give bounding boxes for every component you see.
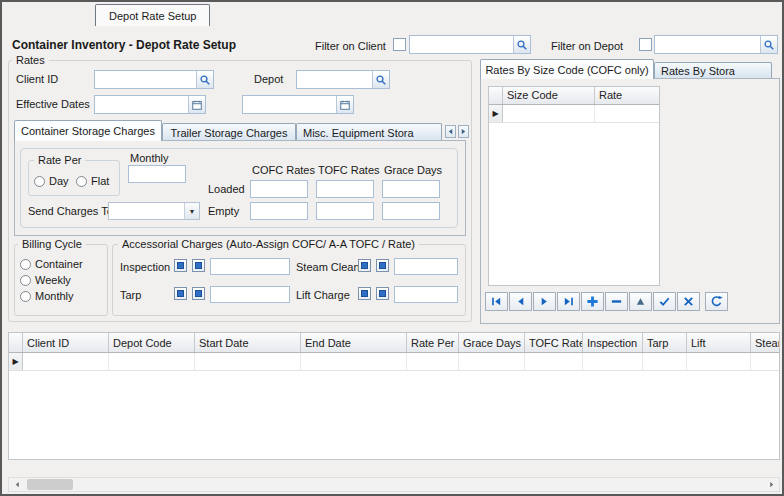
lift-charge-input[interactable] (394, 286, 458, 303)
tarp-cell[interactable] (643, 353, 687, 370)
row-selector-cell[interactable]: ▶ (489, 105, 503, 122)
send-charges-to-combobox[interactable]: ▼ (108, 202, 200, 220)
steam-cell[interactable] (751, 353, 780, 370)
filter-on-client-checkbox[interactable] (393, 38, 406, 51)
tab-container-storage-charges[interactable]: Container Storage Charges (14, 120, 162, 141)
start-date-column-header[interactable]: Start Date (195, 333, 301, 352)
start-date-cell[interactable] (195, 353, 301, 370)
filter-client-lookup-button[interactable] (513, 36, 530, 53)
end-date-column-header[interactable]: End Date (301, 333, 407, 352)
size-code-grid-row[interactable]: ▶ (489, 105, 659, 123)
effective-start-input[interactable] (97, 97, 185, 112)
tarp-input[interactable] (210, 286, 290, 303)
loaded-cofc-input[interactable] (250, 180, 308, 198)
nav-refresh-button[interactable] (705, 292, 728, 311)
steam-clean-tofc-toggle[interactable] (376, 259, 389, 272)
radio-icon (20, 259, 31, 270)
lift-charge-tofc-toggle[interactable] (376, 287, 389, 300)
size-code-column-header[interactable]: Size Code (503, 87, 595, 104)
depot-input[interactable] (299, 72, 369, 87)
inspection-tofc-toggle[interactable] (192, 259, 205, 272)
rate-column-header[interactable]: Rate (595, 87, 659, 104)
filter-on-depot-checkbox[interactable] (639, 38, 652, 51)
nav-next-button[interactable] (533, 292, 556, 311)
filter-client-input[interactable] (412, 37, 510, 52)
effective-start-date-button[interactable] (188, 96, 205, 113)
client-id-field[interactable] (94, 70, 214, 89)
inspection-cofc-toggle[interactable] (174, 259, 187, 272)
scrollbar-thumb[interactable] (27, 479, 73, 490)
tofc-rate-cell[interactable] (525, 353, 583, 370)
client-id-input[interactable] (97, 72, 193, 87)
effective-end-date-button[interactable] (336, 96, 353, 113)
effective-end-input[interactable] (245, 97, 333, 112)
tab-trailer-storage-charges[interactable]: Trailer Storage Charges (162, 123, 296, 141)
depot-code-column-header[interactable]: Depot Code (109, 333, 195, 352)
monthly-input[interactable] (128, 165, 186, 183)
depot-lookup-button[interactable] (372, 71, 389, 88)
lift-column-header[interactable]: Lift (687, 333, 751, 352)
tarp-column-header[interactable]: Tarp (643, 333, 687, 352)
client-id-lookup-button[interactable] (196, 71, 213, 88)
effective-end-field[interactable] (242, 95, 354, 114)
tofc-rate-column-header[interactable]: TOFC Rate (525, 333, 583, 352)
effective-start-field[interactable] (94, 95, 206, 114)
nav-first-button[interactable] (485, 292, 508, 311)
inspection-cell[interactable] (583, 353, 643, 370)
filter-client-field[interactable] (409, 35, 531, 54)
rate-per-flat-label: Flat (91, 175, 109, 187)
nav-prior-button[interactable] (509, 292, 532, 311)
grace-days-cell[interactable] (459, 353, 525, 370)
empty-tofc-input[interactable] (316, 202, 374, 220)
lift-cell[interactable] (687, 353, 751, 370)
scroll-right-button[interactable] (763, 478, 779, 491)
loaded-tofc-input[interactable] (316, 180, 374, 198)
billing-weekly-radio[interactable]: Weekly (20, 274, 71, 286)
date-picker-icon (339, 99, 351, 111)
loaded-grace-input[interactable] (382, 180, 440, 198)
inspection-input[interactable] (210, 258, 290, 275)
horizontal-scrollbar[interactable] (8, 477, 780, 492)
rate-per-column-header[interactable]: Rate Per (407, 333, 459, 352)
nav-cancel-button[interactable] (677, 292, 700, 311)
tarp-cofc-toggle[interactable] (174, 287, 187, 300)
grace-days-column-header[interactable]: Grace Days (459, 333, 525, 352)
scroll-left-button[interactable] (9, 478, 25, 491)
steam-column-header[interactable]: Steam (751, 333, 780, 352)
end-date-cell[interactable] (301, 353, 407, 370)
billing-container-radio[interactable]: Container (20, 258, 83, 270)
nav-insert-button[interactable] (581, 292, 604, 311)
rate-per-flat-radio[interactable]: Flat (76, 175, 109, 187)
tab-scroll-left-button[interactable] (445, 125, 456, 138)
filter-depot-input[interactable] (657, 37, 757, 52)
tarp-tofc-toggle[interactable] (192, 287, 205, 300)
client-id-column-header[interactable]: Client ID (23, 333, 109, 352)
tab-rates-by-size-code[interactable]: Rates By Size Code (COFC only) (480, 59, 654, 79)
billing-monthly-radio[interactable]: Monthly (20, 290, 74, 302)
nav-post-button[interactable] (653, 292, 676, 311)
tab-scroll-right-button[interactable] (458, 125, 469, 138)
rate-per-day-radio[interactable]: Day (34, 175, 69, 187)
size-code-cell[interactable] (503, 105, 595, 122)
nav-edit-button[interactable] (629, 292, 652, 311)
row-selector-cell[interactable]: ▶ (9, 353, 23, 370)
depot-rates-grid-row[interactable]: ▶ (9, 353, 779, 371)
steam-clean-cofc-toggle[interactable] (358, 259, 371, 272)
nav-last-button[interactable] (557, 292, 580, 311)
empty-grace-input[interactable] (382, 202, 440, 220)
rate-cell[interactable] (595, 105, 659, 122)
steam-clean-input[interactable] (394, 258, 458, 275)
filter-depot-field[interactable] (654, 35, 778, 54)
inspection-column-header[interactable]: Inspection (583, 333, 643, 352)
nav-delete-button[interactable] (605, 292, 628, 311)
depot-field[interactable] (296, 70, 390, 89)
lift-charge-cofc-toggle[interactable] (358, 287, 371, 300)
depot-code-cell[interactable] (109, 353, 195, 370)
filter-depot-lookup-button[interactable] (760, 36, 777, 53)
empty-cofc-input[interactable] (250, 202, 308, 220)
tab-rates-by-storage[interactable]: Rates By Stora (654, 62, 772, 78)
rate-per-cell[interactable] (407, 353, 459, 370)
tab-depot-rate-setup[interactable]: Depot Rate Setup (95, 4, 210, 26)
tab-misc-equipment-storage[interactable]: Misc. Equipment Stora (296, 123, 442, 141)
client-id-cell[interactable] (23, 353, 109, 370)
